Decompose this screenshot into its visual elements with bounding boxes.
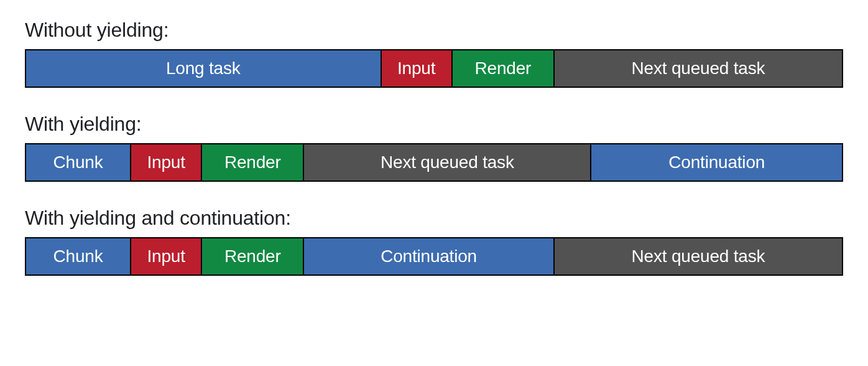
block-input: Input [382,50,453,87]
timeline-with-yielding-and-continuation: Chunk Input Render Continuation Next que… [25,237,843,276]
timeline-without-yielding: Long task Input Render Next queued task [25,49,843,88]
block-chunk: Chunk [26,238,131,274]
block-input: Input [131,238,202,274]
block-continuation: Continuation [591,144,842,181]
section-without-yielding: Without yielding: Long task Input Render… [25,19,843,88]
block-long-task: Long task [26,50,382,87]
timeline-with-yielding: Chunk Input Render Next queued task Cont… [25,143,843,182]
section-title: With yielding: [25,113,843,136]
block-render: Render [202,144,304,181]
block-next-queued-task: Next queued task [304,144,591,181]
section-with-yielding-and-continuation: With yielding and continuation: Chunk In… [25,207,843,276]
section-with-yielding: With yielding: Chunk Input Render Next q… [25,113,843,182]
block-render: Render [202,238,304,274]
block-continuation: Continuation [304,238,555,274]
block-input: Input [131,144,202,181]
block-chunk: Chunk [26,144,131,181]
section-title: With yielding and continuation: [25,207,843,230]
block-next-queued-task: Next queued task [555,238,842,274]
block-next-queued-task: Next queued task [555,50,842,87]
block-render: Render [453,50,555,87]
section-title: Without yielding: [25,19,843,42]
